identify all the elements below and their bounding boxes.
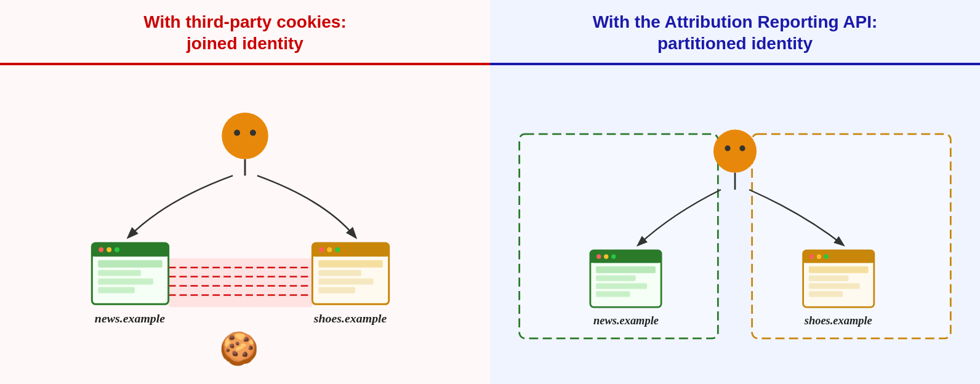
svg-point-24 [327, 247, 332, 252]
svg-rect-46 [596, 283, 647, 289]
svg-rect-17 [98, 279, 153, 285]
svg-point-41 [596, 254, 601, 258]
svg-rect-55 [809, 266, 869, 273]
left-diagram: news.example shoes.example 🍪 [0, 78, 490, 384]
svg-point-43 [611, 254, 616, 258]
right-title-line1: With the Attribution Reporting API: [593, 12, 878, 31]
right-title: With the Attribution Reporting API: part… [574, 0, 896, 63]
svg-rect-51 [803, 257, 874, 263]
svg-point-1 [234, 130, 240, 136]
svg-rect-45 [596, 275, 636, 281]
svg-point-42 [604, 254, 608, 258]
svg-rect-15 [98, 260, 162, 268]
left-title: With third-party cookies: joined identit… [125, 0, 365, 63]
svg-rect-29 [318, 287, 355, 293]
right-svg: news.example shoes.example [502, 84, 968, 372]
svg-text:shoes.example: shoes.example [313, 311, 387, 325]
right-diagram: news.example shoes.example [490, 78, 980, 384]
svg-rect-28 [318, 279, 374, 285]
svg-point-2 [250, 130, 256, 136]
svg-rect-44 [596, 266, 656, 273]
svg-rect-26 [318, 260, 382, 268]
svg-point-0 [222, 113, 268, 159]
left-svg: news.example shoes.example 🍪 [12, 84, 478, 372]
right-title-line2: partitioned identity [657, 34, 813, 53]
svg-rect-57 [809, 283, 860, 289]
svg-rect-40 [590, 257, 661, 263]
svg-point-12 [98, 247, 103, 252]
svg-point-23 [319, 247, 324, 252]
svg-point-53 [817, 254, 821, 258]
svg-point-36 [739, 145, 745, 151]
left-divider [0, 63, 490, 65]
svg-text:shoes.example: shoes.example [804, 314, 872, 327]
svg-rect-11 [92, 250, 168, 257]
svg-text:🍪: 🍪 [219, 330, 259, 367]
right-panel: With the Attribution Reporting API: part… [490, 0, 980, 384]
left-panel: With third-party cookies: joined identit… [0, 0, 490, 384]
svg-rect-58 [809, 291, 843, 297]
svg-text:news.example: news.example [95, 311, 165, 325]
svg-rect-27 [318, 270, 361, 276]
left-title-line2: joined identity [187, 34, 303, 53]
svg-point-34 [713, 130, 757, 173]
svg-point-25 [335, 247, 340, 252]
svg-rect-18 [98, 287, 135, 293]
svg-point-35 [725, 145, 730, 151]
svg-rect-8 [169, 258, 313, 308]
left-title-line1: With third-party cookies: [143, 12, 347, 31]
right-divider [490, 63, 980, 65]
svg-rect-16 [98, 270, 141, 276]
svg-rect-47 [596, 291, 630, 297]
svg-point-54 [824, 254, 829, 258]
svg-point-52 [809, 254, 814, 258]
svg-point-14 [114, 247, 119, 252]
svg-point-13 [106, 247, 111, 252]
svg-rect-22 [312, 250, 388, 257]
svg-rect-56 [809, 275, 849, 281]
svg-text:news.example: news.example [593, 314, 659, 327]
